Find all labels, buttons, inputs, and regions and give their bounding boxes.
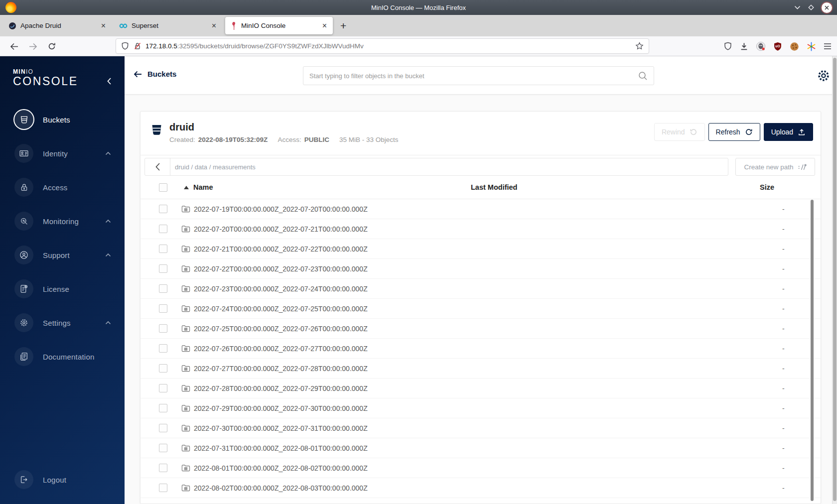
breadcrumb[interactable]: druid / data / measurements: [170, 163, 256, 171]
tracking-shield-icon[interactable]: [121, 42, 129, 50]
back-button[interactable]: [10, 43, 18, 50]
chevron-up-icon: [105, 151, 111, 155]
multi-account-snowflake-icon[interactable]: [807, 42, 816, 51]
ublock-icon[interactable]: uO: [773, 42, 782, 51]
object-name: 2022-07-30T00:00:00.000Z_2022-07-31T00:0…: [194, 424, 368, 432]
folder-icon: [181, 424, 190, 432]
cookie-icon[interactable]: [790, 42, 799, 51]
row-checkbox[interactable]: [159, 225, 167, 233]
window-maximize-button[interactable]: [808, 4, 815, 11]
select-all-checkbox[interactable]: [159, 183, 167, 192]
sidebar-item-support[interactable]: Support: [0, 238, 125, 272]
sort-ascending-icon: [184, 186, 189, 189]
row-checkbox[interactable]: [159, 304, 167, 313]
row-checkbox[interactable]: [159, 424, 167, 432]
row-checkbox[interactable]: [159, 384, 167, 392]
table-row[interactable]: 2022-07-24T00:00:00.000Z_2022-07-25T00:0…: [140, 299, 821, 319]
row-checkbox[interactable]: [159, 404, 167, 412]
forward-button[interactable]: [29, 43, 37, 50]
created-value: 2022-08-19T05:32:09Z: [198, 136, 268, 143]
downloads-icon[interactable]: [740, 42, 748, 51]
search-input[interactable]: [309, 72, 638, 80]
create-new-path-button[interactable]: Create new path: [735, 158, 815, 176]
access-value[interactable]: PUBLIC: [304, 136, 329, 143]
row-checkbox[interactable]: [159, 444, 167, 452]
console-settings-gear-icon[interactable]: [817, 69, 831, 83]
tab-minio-console[interactable]: MinIO Console ×: [225, 17, 333, 34]
folder-icon: [181, 345, 190, 353]
table-row[interactable]: 2022-08-01T00:00:00.000Z_2022-08-02T00:0…: [140, 458, 821, 478]
row-checkbox[interactable]: [159, 324, 167, 333]
tab-close-icon[interactable]: ×: [100, 22, 107, 30]
page-scrollbar-thumb[interactable]: [833, 58, 837, 501]
table-row[interactable]: 2022-07-20T00:00:00.000Z_2022-07-21T00:0…: [140, 219, 821, 239]
sidebar-item-logout[interactable]: Logout: [0, 463, 125, 497]
page-scrollbar[interactable]: [832, 56, 837, 504]
refresh-button[interactable]: Refresh: [708, 123, 760, 141]
tab-apache-druid[interactable]: Apache Druid ×: [4, 17, 112, 34]
sidebar-item-monitoring[interactable]: Monitoring: [0, 204, 125, 238]
table-row[interactable]: 2022-07-28T00:00:00.000Z_2022-07-29T00:0…: [140, 378, 821, 398]
row-checkbox[interactable]: [159, 284, 167, 293]
object-name: 2022-07-22T00:00:00.000Z_2022-07-23T00:0…: [194, 265, 368, 273]
sidebar-item-label: Documentation: [43, 353, 95, 361]
table-row[interactable]: 2022-07-31T00:00:00.000Z_2022-08-01T00:0…: [140, 438, 821, 458]
filter-objects-search[interactable]: [303, 66, 654, 85]
window-minimize-button[interactable]: [794, 5, 801, 10]
folder-icon: [181, 404, 190, 412]
sidebar-item-settings[interactable]: Settings: [0, 306, 125, 340]
upload-button[interactable]: Upload: [764, 123, 813, 141]
table-row[interactable]: 2022-07-21T00:00:00.000Z_2022-07-22T00:0…: [140, 239, 821, 259]
column-header-name[interactable]: Name: [173, 183, 471, 191]
page-header: Buckets: [125, 56, 837, 95]
table-row[interactable]: 2022-07-26T00:00:00.000Z_2022-07-27T00:0…: [140, 339, 821, 359]
row-checkbox[interactable]: [159, 364, 167, 373]
tab-close-icon[interactable]: ×: [321, 22, 328, 30]
window-close-button[interactable]: [822, 2, 832, 13]
flamingo-icon: [230, 21, 237, 30]
table-row[interactable]: 2022-07-19T00:00:00.000Z_2022-07-20T00:0…: [140, 199, 821, 219]
path-back-button[interactable]: [145, 158, 170, 175]
table-row[interactable]: 2022-08-02T00:00:00.000Z_2022-08-03T00:0…: [140, 478, 821, 498]
row-checkbox[interactable]: [159, 344, 167, 353]
back-arrow-icon: [134, 71, 142, 78]
table-scrollbar-thumb[interactable]: [811, 200, 814, 501]
url-bar[interactable]: 172.18.0.5:32595/buckets/druid/browse/ZG…: [116, 38, 649, 54]
sidebar-item-license[interactable]: License: [0, 272, 125, 306]
folder-icon: [181, 365, 190, 373]
reload-button[interactable]: [48, 42, 56, 50]
support-icon: [14, 246, 33, 264]
sidebar-item-documentation[interactable]: Documentation: [0, 340, 125, 374]
bucket-browser-card: druid Created: 2022-08-19T05:32:09Z Acce…: [140, 111, 821, 504]
sidebar-item-buckets[interactable]: Buckets: [0, 103, 125, 136]
chevron-up-icon: [105, 321, 111, 325]
bookmark-star-icon[interactable]: [635, 42, 644, 50]
table-row[interactable]: 2022-07-22T00:00:00.000Z_2022-07-23T00:0…: [140, 259, 821, 279]
insecure-lock-icon[interactable]: [134, 42, 141, 50]
table-row[interactable]: 2022-07-30T00:00:00.000Z_2022-07-31T00:0…: [140, 418, 821, 438]
row-checkbox[interactable]: [159, 264, 167, 273]
protections-shield-icon[interactable]: [723, 42, 732, 51]
extension-mask-icon[interactable]: [756, 41, 766, 51]
tab-superset[interactable]: Superset ×: [115, 17, 222, 34]
table-row[interactable]: 2022-07-27T00:00:00.000Z_2022-07-28T00:0…: [140, 359, 821, 378]
sidebar-collapse-button[interactable]: [107, 77, 112, 85]
row-checkbox[interactable]: [159, 245, 167, 253]
back-to-buckets-link[interactable]: Buckets: [134, 70, 176, 78]
logout-icon: [14, 470, 33, 489]
row-checkbox[interactable]: [159, 484, 167, 492]
rewind-button[interactable]: Rewind: [654, 123, 705, 141]
chevron-up-icon: [105, 219, 111, 223]
sidebar-item-access[interactable]: Access: [0, 170, 125, 204]
row-checkbox[interactable]: [159, 205, 167, 213]
hamburger-menu-icon[interactable]: [824, 43, 832, 50]
table-row[interactable]: 2022-07-25T00:00:00.000Z_2022-07-26T00:0…: [140, 319, 821, 339]
sidebar-item-identity[interactable]: Identity: [0, 136, 125, 170]
sidebar-item-label: Support: [43, 251, 70, 259]
row-checkbox[interactable]: [159, 464, 167, 472]
table-row[interactable]: 2022-07-29T00:00:00.000Z_2022-07-30T00:0…: [140, 398, 821, 418]
table-row[interactable]: 2022-07-23T00:00:00.000Z_2022-07-24T00:0…: [140, 279, 821, 299]
tab-close-icon[interactable]: ×: [210, 22, 218, 30]
column-header-last-modified: Last Modified: [471, 183, 760, 191]
new-tab-button[interactable]: +: [340, 20, 346, 31]
